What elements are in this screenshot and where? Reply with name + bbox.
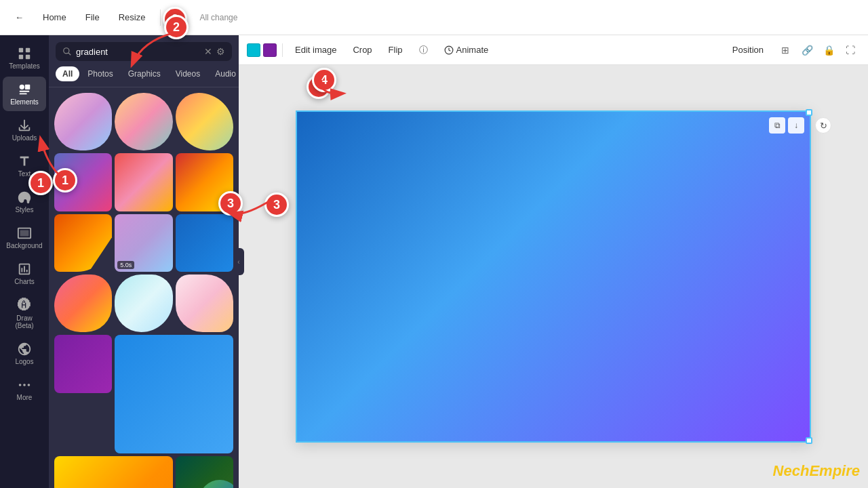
sidebar-item-templates[interactable]: Templates — [3, 41, 46, 75]
expand-icon[interactable]: ⛶ — [841, 41, 860, 60]
grid-item[interactable] — [115, 335, 233, 453]
step-badge-1-fixed: 1 — [53, 168, 77, 192]
autosave-text: All change — [199, 13, 237, 22]
link-icon[interactable]: 🔗 — [797, 41, 816, 60]
grid-item[interactable] — [176, 274, 233, 332]
filter-tab-photos[interactable]: Photos — [81, 66, 119, 81]
sidebar-label-draw: Draw (Beta) — [7, 314, 42, 329]
svg-point-9 — [19, 384, 22, 386]
grid-item[interactable] — [176, 214, 233, 272]
file-button[interactable]: File — [79, 8, 106, 26]
filter-tab-all[interactable]: All — [56, 66, 79, 81]
resize-button[interactable]: Resize — [112, 8, 153, 26]
search-panel-container: ✕ ⚙ All Photos Graphics Videos Audio — [49, 35, 239, 488]
home-button[interactable]: Home — [36, 8, 73, 26]
sidebar-item-charts[interactable]: Charts — [3, 256, 46, 291]
sidebar-item-uploads[interactable]: Uploads — [3, 113, 46, 147]
color-swatch-purple[interactable] — [263, 43, 277, 57]
search-bar: ✕ ⚙ — [56, 42, 232, 61]
watermark: NechEmpire — [773, 462, 860, 480]
crop-label: Crop — [353, 45, 372, 55]
canvas-content — [297, 112, 810, 441]
step-badge-2-fixed: 2 — [164, 15, 189, 39]
watermark-text1: Nech — [773, 462, 810, 479]
sidebar-label-elements: Elements — [10, 98, 39, 106]
svg-rect-3 — [26, 55, 30, 59]
search-filter-button[interactable]: ⚙ — [216, 46, 225, 57]
grid-item[interactable] — [54, 456, 173, 488]
crop-button[interactable]: Crop — [346, 41, 378, 58]
divider-1 — [160, 9, 161, 26]
main-layout: Templates Elements Uploads Text Sty — [0, 35, 868, 488]
svg-rect-2 — [19, 55, 23, 59]
sidebar-label-styles: Styles — [15, 206, 33, 214]
more-icon — [17, 378, 32, 392]
color-swatch-teal[interactable] — [247, 43, 260, 57]
duration-badge: 5.0s — [117, 261, 134, 269]
canvas-frame[interactable]: ⧉ ↓ ↻ — [296, 110, 811, 443]
flip-button[interactable]: Flip — [382, 41, 410, 58]
canvas-refresh-button[interactable]: ↻ — [815, 117, 831, 134]
grid-view-icon[interactable]: ⊞ — [776, 41, 795, 60]
sidebar-label-background: Background — [6, 242, 42, 249]
grid-item[interactable] — [54, 214, 112, 272]
sidebar-item-background[interactable]: Background — [3, 220, 46, 255]
sidebar-label-templates: Templates — [9, 62, 40, 70]
canvas-top-icons: ⧉ ↓ — [769, 117, 804, 134]
sidebar-item-elements[interactable]: Elements — [3, 77, 46, 111]
svg-rect-8 — [20, 230, 29, 236]
edit-image-button[interactable]: Edit image — [288, 41, 343, 58]
lock-icon[interactable]: 🔒 — [819, 41, 838, 60]
panel-collapse-button[interactable]: ‹ — [233, 248, 244, 275]
top-bar: ← Home File Resize ↩ All change 2 — [0, 0, 868, 35]
filter-tab-audio[interactable]: Audio — [208, 66, 239, 81]
handle-br[interactable] — [806, 437, 812, 444]
sidebar-item-logos[interactable]: Logos — [3, 336, 46, 371]
grid-item[interactable] — [54, 274, 112, 332]
search-clear-button[interactable]: ✕ — [204, 46, 212, 57]
sidebar-label-logos: Logos — [15, 358, 33, 365]
search-panel: ✕ ⚙ All Photos Graphics Videos Audio — [49, 35, 239, 488]
back-button[interactable]: ← — [8, 8, 31, 26]
svg-rect-7 — [20, 94, 27, 95]
svg-point-10 — [23, 384, 26, 386]
back-icon: ← — [15, 12, 24, 22]
grid-item[interactable]: 5.0s — [115, 214, 172, 272]
watermark-text2: Empire — [809, 462, 860, 479]
grid-item[interactable] — [176, 456, 233, 488]
position-label: Position — [732, 45, 764, 55]
text-icon — [17, 154, 32, 169]
canvas-toolbar-icons: ⊞ 🔗 🔒 ⛶ — [776, 41, 860, 60]
grid-item[interactable] — [54, 335, 112, 392]
sidebar-item-draw[interactable]: 🅐 Draw (Beta) — [3, 292, 46, 335]
animate-icon — [444, 45, 454, 55]
sidebar-icons: Templates Elements Uploads Text Sty — [0, 35, 49, 488]
animate-button[interactable]: Animate — [437, 41, 496, 58]
grid-item[interactable] — [115, 153, 172, 211]
sidebar-label-text: Text — [18, 170, 31, 178]
grid-item[interactable] — [176, 93, 233, 150]
info-button[interactable]: ⓘ — [412, 41, 435, 60]
grid-item[interactable] — [115, 274, 172, 332]
position-button[interactable]: Position — [726, 41, 770, 58]
results-grid: 5.0s — [49, 87, 239, 488]
step-badge-3: 3 — [218, 191, 243, 216]
sidebar-item-more[interactable]: More — [3, 372, 46, 407]
filter-tab-videos[interactable]: Videos — [169, 66, 207, 81]
search-input[interactable] — [76, 47, 200, 57]
grid-item[interactable] — [115, 93, 172, 150]
file-label: File — [85, 12, 100, 22]
step-badge-3-fixed: 3 — [264, 192, 289, 217]
svg-rect-1 — [26, 48, 30, 52]
elements-icon — [17, 82, 32, 97]
canvas-copy-icon[interactable]: ⧉ — [769, 117, 785, 134]
grid-item[interactable] — [54, 93, 112, 150]
step-badge-4-fixed: 4 — [312, 68, 336, 92]
logos-icon — [17, 342, 32, 357]
canvas-download-icon[interactable]: ↓ — [788, 117, 804, 134]
filter-tabs: All Photos Graphics Videos Audio — [49, 66, 239, 87]
animate-label: Animate — [456, 45, 489, 55]
filter-tab-graphics[interactable]: Graphics — [121, 66, 167, 81]
handle-tr[interactable] — [806, 109, 812, 116]
svg-rect-0 — [19, 48, 23, 52]
